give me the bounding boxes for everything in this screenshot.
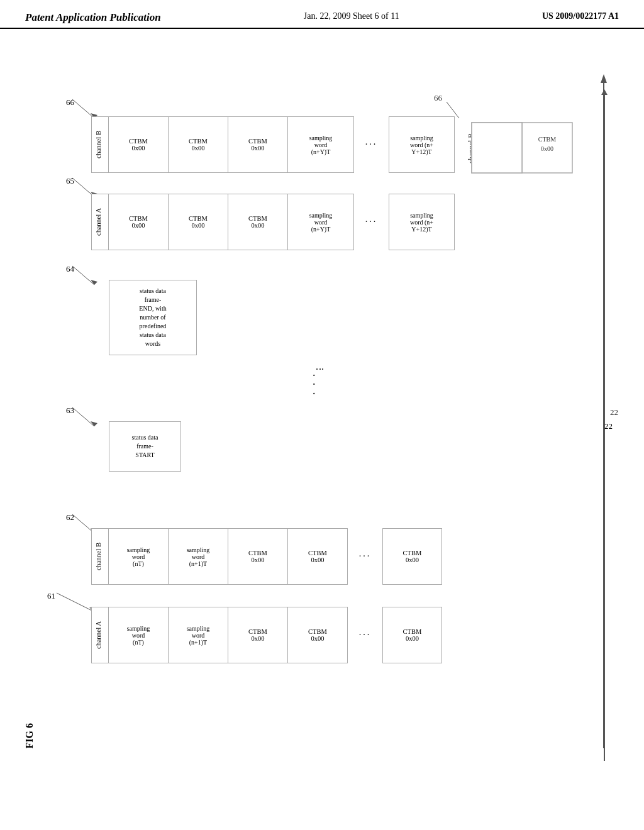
vertical-dots-2: ··· [313,371,316,398]
cell-65-1: CTBM0x00 [109,194,169,250]
cell-66-3: CTBM0x00 [228,116,288,173]
cell-64-status-end: status dataframe-END, withnumber ofprede… [109,280,197,355]
cell-66-6: samplingword (n+Y+12)T [389,116,455,173]
svg-line-14 [72,266,94,285]
ref-64-arrow [63,260,101,291]
cell-63-status-start: status dataframe-START [109,421,181,472]
row-66: channel B CTBM0x00 CTBM0x00 CTBM0x00 sam… [91,116,455,173]
row-61: channel A samplingword(nT) samplingword(… [91,607,442,663]
row-65: channel A CTBM0x00 CTBM0x00 CTBM0x00 sam… [91,194,455,250]
channel-b-label-62: channel B [91,528,109,585]
cell-62-3: CTBM0x00 [228,528,288,585]
channel-a-label-65: channel A [91,194,109,250]
cell-66-2: CTBM0x00 [169,116,228,173]
cell-62-4: CTBM0x00 [288,528,348,585]
cell-61-2: samplingword(n+1)T [169,607,228,663]
cell-65-6: samplingword (n+Y+12)T [389,194,455,250]
dots-66: ··· [354,116,389,173]
figure-label: FIG 6 [24,723,35,748]
cell-61-3: CTBM0x00 [228,607,288,663]
dots-61: ··· [348,607,382,663]
cell-66-4: samplingword(n+Y)T [288,116,354,173]
cell-65-2: CTBM0x00 [169,194,228,250]
cell-65-4: samplingword(n+Y)T [288,194,354,250]
svg-line-10 [72,99,94,118]
cell-66-1: CTBM0x00 [109,116,169,173]
dots-62: ··· [348,528,382,585]
diagram-container: FIG 6 22 66 channel B CTBM0x00 CTBM0x00 … [0,50,644,830]
cell-61-4: CTBM0x00 [288,607,348,663]
channel-a-label-61: channel A [91,607,109,663]
vertical-dots: ⋮ [314,365,325,375]
ref-63-arrow [63,401,101,433]
channel-b-label-66: channel B [91,116,109,173]
dots-65: ··· [354,194,389,250]
timeline-arrow [601,89,608,95]
row-62: channel B samplingword(nT) samplingword(… [91,528,442,585]
cell-61-6: CTBM0x00 [382,607,442,663]
cell-65-3: CTBM0x00 [228,194,288,250]
timeline-number: 22 [604,421,613,431]
cell-62-2: samplingword(n+1)T [169,528,228,585]
cell-61-1: samplingword(nT) [109,607,169,663]
cell-62-6: CTBM0x00 [382,528,442,585]
svg-line-20 [57,593,94,612]
svg-line-16 [72,407,94,426]
cell-62-1: samplingword(nT) [109,528,169,585]
